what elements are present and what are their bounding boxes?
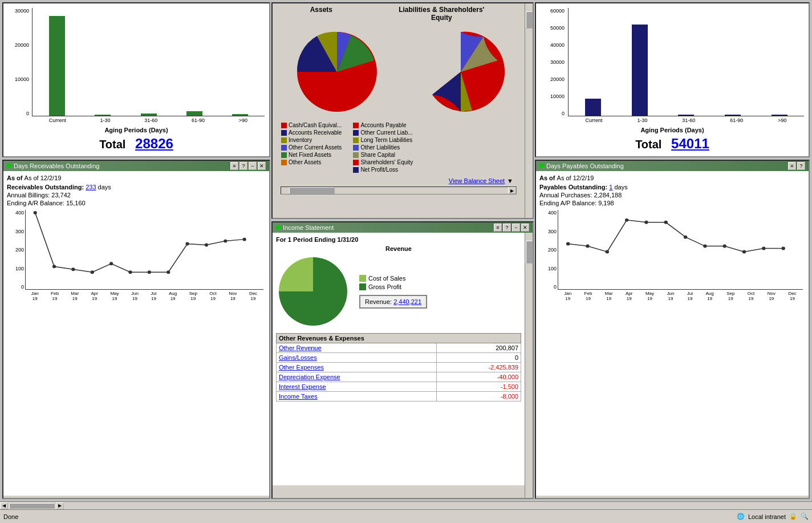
ap-total-line: Total 54011	[541, 133, 804, 152]
income-help-btn[interactable]: ?	[503, 224, 511, 232]
legend-shareholders-equity: Shareholders' Equity	[353, 159, 413, 165]
pay-feb: Feb19	[584, 291, 592, 301]
main-container: 30000 20000 10000 0	[0, 0, 812, 523]
svg-point-19	[703, 245, 707, 248]
svg-point-1	[52, 265, 56, 268]
income-taxes-link[interactable]: Income Taxes	[279, 393, 318, 400]
other-expenses-link[interactable]: Other Expenses	[279, 364, 324, 371]
days-receivables-as-of: As of As of 12/2/19	[7, 175, 266, 181]
revenue-value[interactable]: 2,440,221	[393, 298, 421, 305]
pay-y-300: 300	[539, 229, 557, 234]
legend-se-dot	[353, 160, 359, 165]
bar-gt90	[232, 114, 248, 116]
main-scrollbar-h[interactable]: ◀ ▶	[0, 501, 812, 509]
interest-link[interactable]: Interest Expense	[279, 383, 326, 390]
main-scrollbar-thumb[interactable]	[9, 503, 55, 509]
bs-dropdown-icon[interactable]: ▼	[507, 177, 513, 184]
rcv-dec: Dec19	[249, 291, 257, 301]
other-expenses-value: -2,425,839	[436, 363, 521, 372]
other-revenue-link[interactable]: Other Revenue	[279, 344, 322, 351]
days-receivables-menu-btn[interactable]: ≡	[230, 162, 238, 170]
annual-purchases-value: 2,284,188	[594, 192, 622, 198]
income-min-btn[interactable]: −	[512, 224, 520, 232]
ap-bar-61-90	[725, 115, 741, 116]
days-payables-help-btn[interactable]: ?	[797, 162, 805, 170]
bs-titles: Assets Liabilities & Shareholders' Equit…	[273, 3, 525, 24]
ap-bar-group-61-90	[714, 115, 752, 116]
bs-scrollbar-v[interactable]	[525, 3, 533, 218]
days-receivables-title-bar: Days Receivables Outstanding ≡ ? − ✕	[3, 161, 269, 171]
legend-ar: Accounts Receivable	[281, 129, 342, 136]
status-left: Done	[3, 513, 18, 520]
bs-scrollbar-h-thumb[interactable]	[289, 187, 335, 194]
ar-bars-container	[32, 8, 265, 116]
scroll-left-btn[interactable]: ◀	[0, 502, 8, 509]
ap-y-40000: 40000	[541, 42, 565, 48]
svg-point-11	[243, 238, 246, 241]
legend-cash: Cash/Cash Equival...	[281, 122, 342, 128]
pay-dec: Dec19	[788, 291, 796, 301]
status-bar: Done 🌐 Local intranet 🔒 🔍	[0, 509, 812, 523]
gross-profit-legend: Gross Profit	[359, 283, 427, 290]
legend-other-assets-dot	[281, 160, 287, 165]
gains-losses-value: 0	[436, 353, 521, 363]
ar-total-label: Total	[99, 138, 132, 151]
svg-point-5	[128, 270, 132, 274]
legend-ltl: Long Term Liabilities	[353, 137, 413, 143]
days-receivables-days-value[interactable]: 233	[86, 184, 96, 190]
gains-losses-link[interactable]: Gains/Losses	[279, 354, 317, 361]
ap-y-20000: 20000	[541, 76, 565, 82]
days-payables-menu-btn[interactable]: ≡	[788, 162, 796, 170]
ar-y-label-10000: 10000	[8, 76, 29, 82]
income-scrollbar-thumb[interactable]	[526, 241, 533, 263]
rcv-jan: Jan19	[31, 291, 39, 301]
bs-scroll-right-btn[interactable]: ▶	[508, 187, 516, 194]
ap-aging-chart: 60000 50000 40000 30000 20000 10000 0	[541, 8, 804, 133]
income-controls: ≡ ? − ✕	[494, 224, 529, 232]
days-receivables-indicator	[7, 164, 11, 168]
days-unit: days	[98, 184, 111, 190]
pay-jul: Jul19	[687, 291, 693, 301]
ap-total-value[interactable]: 54011	[671, 136, 709, 151]
interest-value: -1,500	[436, 382, 521, 392]
rcv-y-200: 200	[7, 247, 24, 253]
pay-jun: Jun19	[667, 291, 674, 301]
days-payables-controls: ≡ ?	[788, 162, 805, 170]
bar-1-30	[95, 115, 111, 116]
scroll-right-btn[interactable]: ▶	[56, 502, 64, 509]
svg-point-13	[586, 245, 589, 248]
ar-total-value[interactable]: 28826	[135, 136, 173, 151]
legend-other-cl-dot	[353, 130, 359, 136]
pay-y-0: 0	[539, 284, 557, 290]
depreciation-link[interactable]: Depreciation Expense	[279, 374, 340, 380]
ar-x-axis-label: Aging Periods (Days)	[8, 127, 265, 133]
legend-ar-label: Accounts Receivable	[289, 129, 342, 136]
income-close-btn[interactable]: ✕	[521, 224, 529, 232]
income-menu-btn[interactable]: ≡	[494, 224, 502, 232]
bs-scroll-arrows[interactable]: ▶	[508, 187, 516, 194]
ap-bar-31-60	[678, 115, 694, 116]
legend-ar-dot	[281, 130, 287, 136]
bs-scrollbar-thumb[interactable]	[526, 11, 533, 29]
legend-other-cl-label: Other Current Liab...	[360, 129, 412, 136]
ar-total-line: Total 28826	[8, 133, 265, 152]
days-payables-days-value[interactable]: 1	[609, 184, 612, 190]
ar-x-61-90: 61-90	[192, 117, 205, 123]
svg-point-18	[684, 236, 687, 239]
ap-bar-gt90	[772, 115, 787, 116]
svg-point-22	[762, 247, 765, 250]
legend-np-label: Net Profit/Loss	[360, 167, 398, 173]
svg-point-10	[224, 240, 227, 243]
days-receivables-min-btn[interactable]: −	[249, 162, 257, 170]
ar-y-label-20000: 20000	[8, 42, 29, 48]
view-balance-sheet-link[interactable]: View Balance Sheet	[449, 177, 505, 184]
days-payables-indicator	[539, 164, 544, 168]
rcv-svg	[26, 210, 263, 289]
days-receivables-help-btn[interactable]: ?	[239, 162, 247, 170]
bs-scrollbar-h[interactable]: ▶	[281, 187, 517, 194]
days-receivables-close-btn[interactable]: ✕	[258, 162, 266, 170]
legend-cash-label: Cash/Cash Equival...	[289, 122, 342, 128]
days-receivables-outstanding-label: Receivables Outstanding:	[7, 184, 84, 190]
legend-inventory-dot	[281, 137, 287, 143]
income-scrollbar-v[interactable]	[525, 233, 533, 498]
